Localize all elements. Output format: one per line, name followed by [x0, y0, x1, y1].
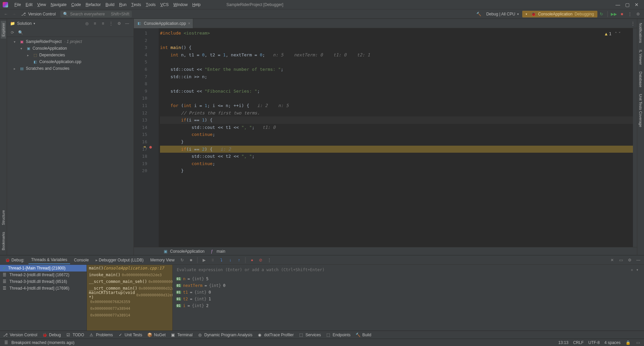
add-watch-button[interactable]: ＋ — [629, 267, 635, 273]
search-icon[interactable]: 🔍 — [18, 30, 23, 35]
bottom-tab-dynamic-program-analysis[interactable]: ◎Dynamic Program Analysis — [197, 332, 252, 338]
explorer-tool-tab[interactable]: Explorer — [1, 21, 6, 39]
tree-solution-root[interactable]: ▾ ▣ SampleRiderProject · 1 project — [7, 38, 133, 45]
nav-forward-button[interactable]: → — [10, 10, 18, 18]
run-configuration-selector[interactable]: Debug | All CPU ▾ — [483, 12, 523, 16]
variable-item[interactable]: 01n= {int} 5 — [176, 276, 641, 282]
step-over-button[interactable]: ⤵ — [218, 256, 225, 264]
stack-frame[interactable]: 0x0000000077a38914 — [87, 312, 172, 318]
menu-run[interactable]: Run — [117, 0, 129, 9]
line-separator[interactable]: CRLF — [573, 340, 584, 345]
menu-vcs[interactable]: VCS — [158, 0, 171, 9]
variable-item[interactable]: 01i= {int} 2 — [176, 302, 641, 309]
nav-back-button[interactable]: ← — [2, 10, 10, 18]
stack-frame[interactable]: main() ConsoleApplication.cpp:17 — [87, 265, 172, 271]
database-tool-tab[interactable]: Database — [638, 69, 643, 89]
tree-source-file[interactable]: ◧ ConsoleApplication.cpp — [7, 58, 133, 65]
version-control-button[interactable]: ⎇ Version Control — [18, 11, 58, 17]
bottom-tab-dottrace-profiler[interactable]: ◉dotTrace Profiler — [257, 332, 293, 338]
variable-item[interactable]: 01t1= {int} 0 — [176, 289, 641, 296]
build-button[interactable]: 🔨 — [475, 10, 483, 18]
sync-icon[interactable]: ⟳ — [10, 30, 15, 35]
debug-settings-button[interactable]: ⚙ — [626, 256, 633, 264]
close-debug-button[interactable]: ✕ — [608, 256, 616, 264]
editor-more-button[interactable]: ⋮ — [629, 19, 637, 28]
breadcrumb-item-function[interactable]: ƒ main — [209, 249, 225, 254]
bottom-tab-unit-tests[interactable]: ✓Unit Tests — [118, 332, 142, 338]
stop-debug-button[interactable]: ■ — [187, 256, 195, 264]
rerun-debug-button[interactable]: ↻ — [178, 256, 186, 264]
menu-help[interactable]: Help — [190, 0, 203, 9]
structure-tool-tab[interactable]: Structure — [1, 208, 6, 227]
file-encoding[interactable]: UTF-8 — [588, 340, 600, 345]
close-tab-button[interactable]: × — [188, 21, 190, 26]
notifications-tool-tab[interactable]: Notifications — [638, 21, 643, 45]
readonly-lock-icon[interactable]: 🔒 — [625, 340, 631, 345]
panel-minimize-button[interactable]: — — [123, 20, 131, 27]
il-viewer-tool-tab[interactable]: IL Viewer — [638, 48, 643, 67]
bottom-tab-version-control[interactable]: ⎇Version Control — [3, 332, 37, 338]
variable-item[interactable]: 01nextTerm= {int} 0 — [176, 282, 641, 289]
locate-file-button[interactable]: ◎ — [83, 20, 91, 27]
stack-frame[interactable]: 0x0000000077a38944 — [87, 305, 172, 312]
thread-item[interactable]: ☰Thread-4-[ntdll.dll thread] (17696) — [0, 285, 87, 292]
debug-tab-memory[interactable]: Memory View — [148, 256, 177, 264]
memory-indicator-icon[interactable]: ▭ — [635, 340, 641, 345]
tree-scratches[interactable]: ▸ ▤ Scratches and Consoles — [7, 65, 133, 72]
view-breakpoints-button[interactable]: ● — [248, 256, 256, 264]
bottom-tab-debug[interactable]: 🐞Debug — [42, 332, 61, 338]
pause-program-button[interactable]: ⏸ — [209, 256, 216, 264]
bottom-tab-services[interactable]: ⬚Services — [299, 332, 321, 338]
bottom-tab-terminal[interactable]: ▣Terminal — [170, 332, 193, 338]
thread-item[interactable]: ✓Thread-1-[Main Thread] (21800) — [0, 265, 87, 271]
menu-navigate[interactable]: Navigate — [48, 0, 69, 9]
editor-scrollbar[interactable] — [633, 28, 637, 247]
debug-minimize-button[interactable]: — — [635, 256, 642, 264]
resume-program-button[interactable]: ▶ — [200, 256, 208, 264]
bottom-tab-problems[interactable]: ⚠Problems — [89, 332, 113, 338]
menu-window[interactable]: Window — [171, 0, 190, 9]
bottom-tab-build[interactable]: 🔨Build — [355, 332, 371, 338]
bottom-tab-endpoints[interactable]: ⬚Endpoints — [326, 332, 351, 338]
chevron-down-icon[interactable]: ▾ — [34, 22, 35, 25]
stop-button[interactable]: ■ — [618, 10, 626, 18]
menu-tools[interactable]: Tools — [144, 0, 158, 9]
menu-tests[interactable]: Tests — [129, 0, 143, 9]
tree-project[interactable]: ▾ ▣ ConsoleApplication — [7, 45, 133, 52]
mute-breakpoints-button[interactable]: ⊘ — [257, 256, 264, 264]
minimize-button[interactable]: — — [613, 2, 623, 7]
panel-options-button[interactable]: ⋮ — [107, 20, 115, 27]
debug-tab-threads[interactable]: Threads & Variables — [29, 256, 70, 264]
bottom-tab-todo[interactable]: ☑TODO — [65, 332, 84, 338]
editor-body[interactable]: 1234567891011121314151617181920 ➜● ▲ 1 ˄… — [134, 28, 637, 247]
code-content[interactable]: ▲ 1 ˄ ˅ #include <iostream>int main() { … — [159, 28, 633, 247]
layout-button[interactable]: ▭ — [617, 256, 625, 264]
editor-tab-active[interactable]: ◧ ConsoleApplication.cpp × — [134, 19, 193, 28]
menu-code[interactable]: Code — [69, 0, 83, 9]
rerun-button[interactable]: ↻ — [597, 10, 605, 18]
close-button[interactable]: ✕ — [632, 2, 641, 7]
menu-edit[interactable]: Edit — [23, 0, 35, 9]
caret-position[interactable]: 13:13 — [558, 340, 569, 345]
expand-button[interactable]: ▾ — [635, 267, 640, 273]
panel-settings-button[interactable]: ⚙ — [115, 20, 123, 27]
more-actions-button[interactable]: ⋮ — [626, 10, 634, 18]
debug-tab-output[interactable]: ▸Debugger Output (LLDB) — [93, 256, 146, 264]
maximize-button[interactable]: ▢ — [623, 2, 632, 7]
settings-button[interactable]: ⚙ — [634, 10, 642, 18]
coverage-tool-tab[interactable]: Unit Tests Coverage — [638, 92, 643, 129]
step-out-button[interactable]: ↑ — [235, 256, 243, 264]
variable-item[interactable]: 01t2= {int} 1 — [176, 296, 641, 302]
stack-frame[interactable]: 0x0000000076826359 — [87, 298, 172, 305]
menu-view[interactable]: View — [35, 0, 48, 9]
debug-target-pill[interactable]: ▾ 🐞 ConsoleApplication Debugging — [522, 11, 597, 17]
menu-file[interactable]: File — [12, 0, 23, 9]
debug-tab-console[interactable]: Console — [71, 256, 92, 264]
chevron-down-icon[interactable]: ˅ — [619, 30, 621, 38]
menu-refactor[interactable]: Refactor — [83, 0, 103, 9]
search-everywhere-button[interactable]: 🔍 Search everywhere Shift+Shift — [60, 11, 132, 17]
stack-frame[interactable]: invoke_main()0x0000000000d32de3 — [87, 271, 172, 278]
collapse-all-button[interactable]: ≡ — [99, 20, 107, 27]
indent-info[interactable]: 4 spaces — [604, 340, 621, 345]
evaluate-expression-input[interactable]: Evaluate expression (Enter) or add a wat… — [173, 265, 644, 275]
